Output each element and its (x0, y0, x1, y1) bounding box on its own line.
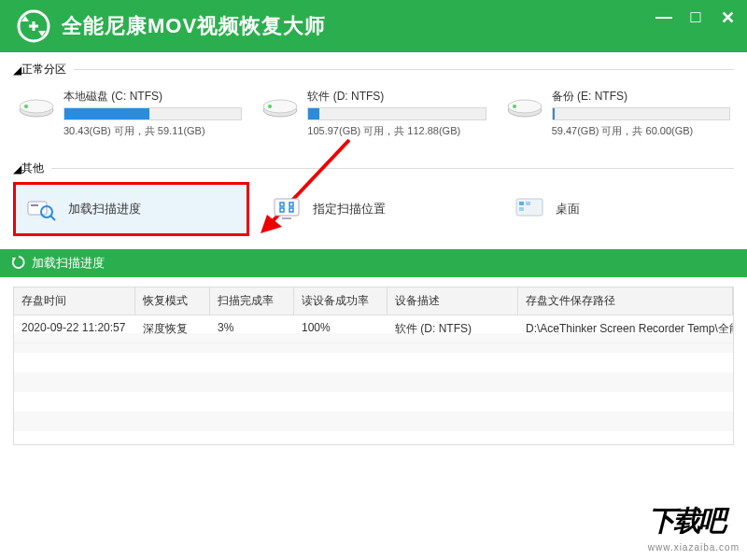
drive-d[interactable]: 软件 (D: NTFS) 105.97(GB) 可用，共 112.88(GB) (257, 83, 489, 144)
svg-rect-15 (31, 204, 38, 206)
others-list: 加载扫描进度 指定扫描位置 桌面 (13, 182, 734, 236)
section-normal-partitions-header: ◢ 正常分区 (13, 62, 734, 77)
drive-e[interactable]: 备份 (E: NTFS) 59.47(GB) 可用，共 60.00(GB) (501, 83, 734, 144)
watermark-url: www.xiazaiba.com (648, 542, 740, 553)
collapse-icon[interactable]: ◢ (13, 162, 21, 175)
td-device: 软件 (D: NTFS) (388, 315, 518, 343)
main-content: ◢ 正常分区 本地磁盘 (C: NTFS) 30.43(GB) 可用，共 59.… (0, 52, 747, 236)
td-time: 2020-09-22 11:20:57 (14, 315, 135, 343)
reload-icon (11, 255, 26, 273)
svg-rect-27 (519, 207, 524, 211)
drive-name: 软件 (D: NTFS) (307, 89, 486, 105)
desktop-button[interactable]: 桌面 (503, 182, 734, 236)
drive-stats: 30.43(GB) 可用，共 59.11(GB) (63, 124, 242, 138)
other-label: 加载扫描进度 (68, 201, 141, 217)
svg-line-17 (50, 216, 55, 220)
drive-usage-bar (63, 107, 242, 120)
section-others-header: ◢ 其他 (13, 161, 734, 176)
table-row[interactable]: 2020-09-22 11:20:57 深度恢复 3% 100% 软件 (D: … (14, 315, 733, 343)
minimize-button[interactable]: — (655, 7, 672, 28)
svg-rect-26 (526, 202, 530, 205)
desktop-icon (513, 195, 546, 223)
search-progress-icon (25, 195, 59, 223)
svg-rect-19 (282, 217, 291, 219)
watermark-logo: 下载吧 (648, 502, 740, 540)
app-logo-icon (15, 7, 52, 45)
th-path[interactable]: 存盘文件保存路径 (518, 287, 733, 315)
hdd-icon (17, 89, 56, 122)
load-scan-progress-button[interactable]: 加载扫描进度 (13, 182, 249, 236)
svg-rect-25 (519, 202, 524, 205)
drive-stats: 59.47(GB) 可用，共 60.00(GB) (552, 124, 730, 138)
th-read-rate[interactable]: 读设备成功率 (294, 287, 388, 315)
collapse-icon[interactable]: ◢ (13, 63, 21, 77)
other-label: 指定扫描位置 (313, 201, 386, 217)
th-scan-rate[interactable]: 扫描完成率 (210, 287, 294, 315)
td-read-rate: 100% (294, 315, 388, 343)
drive-name: 本地磁盘 (C: NTFS) (63, 89, 242, 105)
close-button[interactable]: ✕ (719, 7, 736, 28)
other-label: 桌面 (556, 201, 580, 217)
scan-history-table: 存盘时间 恢复模式 扫描完成率 读设备成功率 设备描述 存盘文件保存路径 202… (13, 287, 734, 445)
window-controls: — □ ✕ (655, 7, 736, 28)
subheader-title: 加载扫描进度 (32, 255, 105, 272)
monitor-target-icon (270, 195, 303, 223)
hdd-icon (261, 89, 300, 122)
divider (74, 69, 734, 70)
drive-usage-bar (307, 107, 486, 120)
th-mode[interactable]: 恢复模式 (135, 287, 210, 315)
specify-scan-location-button[interactable]: 指定扫描位置 (261, 182, 491, 236)
svg-point-11 (513, 105, 516, 108)
table-header: 存盘时间 恢复模式 扫描完成率 读设备成功率 设备描述 存盘文件保存路径 (14, 287, 733, 315)
watermark: 下载吧 www.xiazaiba.com (648, 502, 740, 553)
app-title: 全能尼康MOV视频恢复大师 (62, 12, 326, 40)
maximize-button[interactable]: □ (687, 7, 704, 28)
th-device[interactable]: 设备描述 (388, 287, 518, 315)
hdd-icon (505, 89, 544, 122)
th-time[interactable]: 存盘时间 (14, 287, 135, 315)
svg-point-8 (268, 105, 272, 108)
td-mode: 深度恢复 (135, 315, 210, 343)
td-scan-rate: 3% (210, 315, 294, 343)
svg-point-5 (24, 105, 28, 108)
titlebar: 全能尼康MOV视频恢复大师 — □ ✕ (0, 0, 747, 52)
drive-c[interactable]: 本地磁盘 (C: NTFS) 30.43(GB) 可用，共 59.11(GB) (13, 83, 246, 144)
td-path: D:\AceThinker Screen Recorder Temp\全能 (518, 315, 733, 343)
subheader-bar: 加载扫描进度 (0, 249, 747, 277)
drive-name: 备份 (E: NTFS) (552, 89, 730, 105)
svg-rect-18 (275, 199, 299, 216)
section-title: 其他 (21, 161, 44, 176)
drive-stats: 105.97(GB) 可用，共 112.88(GB) (307, 124, 486, 138)
divider (51, 168, 734, 169)
section-title: 正常分区 (21, 62, 66, 77)
drive-usage-bar (552, 107, 730, 120)
drives-list: 本地磁盘 (C: NTFS) 30.43(GB) 可用，共 59.11(GB) … (13, 83, 734, 144)
